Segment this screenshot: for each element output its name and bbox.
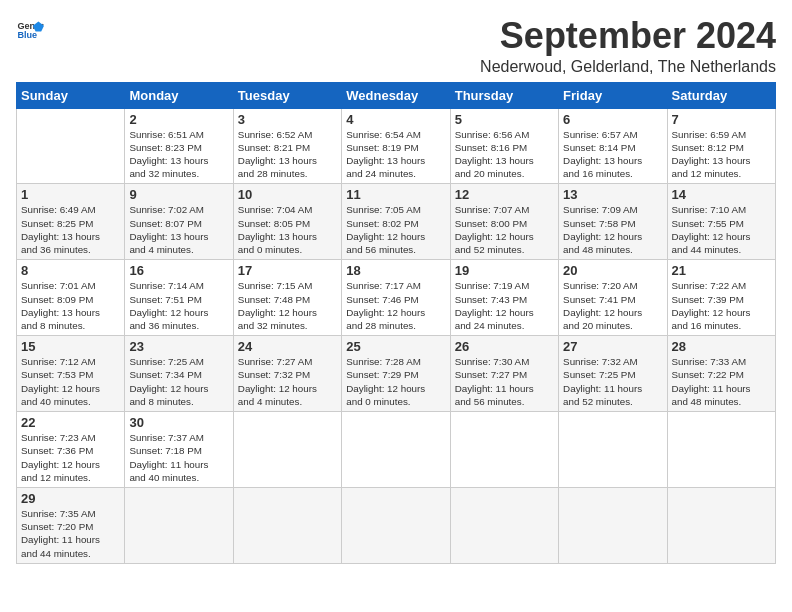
day-number: 15 (21, 339, 120, 354)
table-row (342, 412, 450, 488)
day-number: 19 (455, 263, 554, 278)
table-row (125, 487, 233, 563)
day-number: 26 (455, 339, 554, 354)
day-info: Sunrise: 7:02 AM Sunset: 8:07 PM Dayligh… (129, 203, 228, 256)
day-number: 1 (21, 187, 120, 202)
day-number: 16 (129, 263, 228, 278)
table-row: 18Sunrise: 7:17 AM Sunset: 7:46 PM Dayli… (342, 260, 450, 336)
table-row: 6Sunrise: 6:57 AM Sunset: 8:14 PM Daylig… (559, 108, 667, 184)
day-info: Sunrise: 6:59 AM Sunset: 8:12 PM Dayligh… (672, 128, 771, 181)
day-info: Sunrise: 7:22 AM Sunset: 7:39 PM Dayligh… (672, 279, 771, 332)
calendar-week-row: 15Sunrise: 7:12 AM Sunset: 7:53 PM Dayli… (17, 336, 776, 412)
day-number: 27 (563, 339, 662, 354)
day-info: Sunrise: 7:12 AM Sunset: 7:53 PM Dayligh… (21, 355, 120, 408)
month-title: September 2024 (480, 16, 776, 56)
day-info: Sunrise: 7:15 AM Sunset: 7:48 PM Dayligh… (238, 279, 337, 332)
day-info: Sunrise: 6:51 AM Sunset: 8:23 PM Dayligh… (129, 128, 228, 181)
day-number: 10 (238, 187, 337, 202)
table-row: 27Sunrise: 7:32 AM Sunset: 7:25 PM Dayli… (559, 336, 667, 412)
table-row: 24Sunrise: 7:27 AM Sunset: 7:32 PM Dayli… (233, 336, 341, 412)
table-row (450, 412, 558, 488)
day-number: 28 (672, 339, 771, 354)
location-subtitle: Nederwoud, Gelderland, The Netherlands (480, 58, 776, 76)
day-number: 9 (129, 187, 228, 202)
day-info: Sunrise: 6:49 AM Sunset: 8:25 PM Dayligh… (21, 203, 120, 256)
day-info: Sunrise: 7:35 AM Sunset: 7:20 PM Dayligh… (21, 507, 120, 560)
col-wednesday: Wednesday (342, 82, 450, 108)
day-number: 13 (563, 187, 662, 202)
table-row: 9Sunrise: 7:02 AM Sunset: 8:07 PM Daylig… (125, 184, 233, 260)
day-info: Sunrise: 6:54 AM Sunset: 8:19 PM Dayligh… (346, 128, 445, 181)
day-info: Sunrise: 7:20 AM Sunset: 7:41 PM Dayligh… (563, 279, 662, 332)
table-row (17, 108, 125, 184)
day-number: 14 (672, 187, 771, 202)
table-row (450, 487, 558, 563)
table-row: 22Sunrise: 7:23 AM Sunset: 7:36 PM Dayli… (17, 412, 125, 488)
day-info: Sunrise: 7:10 AM Sunset: 7:55 PM Dayligh… (672, 203, 771, 256)
table-row: 26Sunrise: 7:30 AM Sunset: 7:27 PM Dayli… (450, 336, 558, 412)
day-info: Sunrise: 7:32 AM Sunset: 7:25 PM Dayligh… (563, 355, 662, 408)
table-row: 7Sunrise: 6:59 AM Sunset: 8:12 PM Daylig… (667, 108, 775, 184)
table-row: 12Sunrise: 7:07 AM Sunset: 8:00 PM Dayli… (450, 184, 558, 260)
calendar-week-row: 1Sunrise: 6:49 AM Sunset: 8:25 PM Daylig… (17, 184, 776, 260)
day-number: 2 (129, 112, 228, 127)
table-row: 11Sunrise: 7:05 AM Sunset: 8:02 PM Dayli… (342, 184, 450, 260)
table-row: 15Sunrise: 7:12 AM Sunset: 7:53 PM Dayli… (17, 336, 125, 412)
calendar-table: Sunday Monday Tuesday Wednesday Thursday… (16, 82, 776, 564)
day-number: 23 (129, 339, 228, 354)
table-row: 16Sunrise: 7:14 AM Sunset: 7:51 PM Dayli… (125, 260, 233, 336)
table-row: 21Sunrise: 7:22 AM Sunset: 7:39 PM Dayli… (667, 260, 775, 336)
day-info: Sunrise: 6:56 AM Sunset: 8:16 PM Dayligh… (455, 128, 554, 181)
day-info: Sunrise: 7:09 AM Sunset: 7:58 PM Dayligh… (563, 203, 662, 256)
day-number: 5 (455, 112, 554, 127)
table-row: 3Sunrise: 6:52 AM Sunset: 8:21 PM Daylig… (233, 108, 341, 184)
day-number: 18 (346, 263, 445, 278)
svg-text:Blue: Blue (17, 30, 37, 40)
table-row: 29Sunrise: 7:35 AM Sunset: 7:20 PM Dayli… (17, 487, 125, 563)
day-number: 17 (238, 263, 337, 278)
header-row: Sunday Monday Tuesday Wednesday Thursday… (17, 82, 776, 108)
day-number: 29 (21, 491, 120, 506)
col-sunday: Sunday (17, 82, 125, 108)
day-number: 25 (346, 339, 445, 354)
day-number: 11 (346, 187, 445, 202)
day-info: Sunrise: 7:14 AM Sunset: 7:51 PM Dayligh… (129, 279, 228, 332)
table-row (559, 412, 667, 488)
day-number: 8 (21, 263, 120, 278)
table-row: 4Sunrise: 6:54 AM Sunset: 8:19 PM Daylig… (342, 108, 450, 184)
day-number: 6 (563, 112, 662, 127)
day-number: 22 (21, 415, 120, 430)
col-monday: Monday (125, 82, 233, 108)
table-row: 2Sunrise: 6:51 AM Sunset: 8:23 PM Daylig… (125, 108, 233, 184)
day-info: Sunrise: 7:05 AM Sunset: 8:02 PM Dayligh… (346, 203, 445, 256)
table-row (233, 487, 341, 563)
table-row (559, 487, 667, 563)
day-info: Sunrise: 6:52 AM Sunset: 8:21 PM Dayligh… (238, 128, 337, 181)
table-row: 19Sunrise: 7:19 AM Sunset: 7:43 PM Dayli… (450, 260, 558, 336)
calendar-week-row: 29Sunrise: 7:35 AM Sunset: 7:20 PM Dayli… (17, 487, 776, 563)
col-tuesday: Tuesday (233, 82, 341, 108)
logo: General Blue (16, 16, 44, 44)
day-number: 24 (238, 339, 337, 354)
day-info: Sunrise: 7:37 AM Sunset: 7:18 PM Dayligh… (129, 431, 228, 484)
table-row (667, 487, 775, 563)
title-block: September 2024 Nederwoud, Gelderland, Th… (480, 16, 776, 76)
day-number: 7 (672, 112, 771, 127)
day-info: Sunrise: 7:19 AM Sunset: 7:43 PM Dayligh… (455, 279, 554, 332)
table-row (342, 487, 450, 563)
day-info: Sunrise: 7:30 AM Sunset: 7:27 PM Dayligh… (455, 355, 554, 408)
day-info: Sunrise: 7:04 AM Sunset: 8:05 PM Dayligh… (238, 203, 337, 256)
day-info: Sunrise: 7:33 AM Sunset: 7:22 PM Dayligh… (672, 355, 771, 408)
table-row: 1Sunrise: 6:49 AM Sunset: 8:25 PM Daylig… (17, 184, 125, 260)
day-info: Sunrise: 7:27 AM Sunset: 7:32 PM Dayligh… (238, 355, 337, 408)
table-row: 30Sunrise: 7:37 AM Sunset: 7:18 PM Dayli… (125, 412, 233, 488)
table-row: 23Sunrise: 7:25 AM Sunset: 7:34 PM Dayli… (125, 336, 233, 412)
day-info: Sunrise: 7:23 AM Sunset: 7:36 PM Dayligh… (21, 431, 120, 484)
logo-icon: General Blue (16, 16, 44, 44)
calendar-week-row: 8Sunrise: 7:01 AM Sunset: 8:09 PM Daylig… (17, 260, 776, 336)
day-number: 30 (129, 415, 228, 430)
day-info: Sunrise: 7:01 AM Sunset: 8:09 PM Dayligh… (21, 279, 120, 332)
day-number: 20 (563, 263, 662, 278)
calendar-week-row: 2Sunrise: 6:51 AM Sunset: 8:23 PM Daylig… (17, 108, 776, 184)
table-row: 13Sunrise: 7:09 AM Sunset: 7:58 PM Dayli… (559, 184, 667, 260)
